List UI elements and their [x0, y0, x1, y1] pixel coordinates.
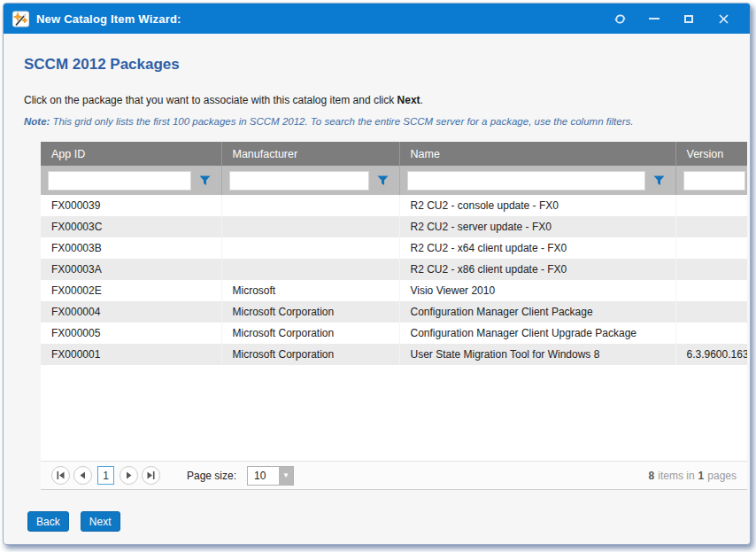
page-size-value: 10 [248, 467, 279, 485]
cell-app-id[interactable]: FX00003C [41, 216, 221, 237]
column-header-version[interactable]: Version [675, 142, 747, 166]
table-row[interactable]: FX000004 Microsoft Corporation Configura… [41, 301, 747, 323]
cell-version[interactable] [675, 280, 747, 301]
cell-app-id[interactable]: FX000005 [41, 323, 221, 344]
close-icon[interactable] [716, 12, 730, 26]
wizard-window: New Catalog Item Wizard: [3, 3, 751, 545]
wizard-app-icon [12, 11, 29, 27]
cell-app-id[interactable]: FX000004 [41, 301, 221, 323]
pager-bar: 1 Page size: 10 ▼ 8 items in [41, 461, 747, 489]
note-label: Note: [24, 116, 50, 127]
grid-filter-row [41, 166, 747, 195]
page-title: SCCM 2012 Packages [24, 56, 750, 74]
cell-version[interactable] [675, 216, 747, 237]
cell-manufacturer[interactable] [221, 216, 399, 237]
column-header-name[interactable]: Name [399, 142, 675, 166]
wizard-body: SCCM 2012 Packages Click on the package … [4, 56, 750, 532]
cell-manufacturer[interactable]: Microsoft Corporation [221, 323, 399, 344]
items-word: items in [658, 470, 694, 482]
manufacturer-filter-input[interactable] [229, 171, 369, 190]
cell-manufacturer[interactable] [221, 259, 399, 280]
chevron-down-icon[interactable]: ▼ [279, 467, 293, 485]
cell-version[interactable] [675, 323, 747, 344]
table-row[interactable]: FX000005 Microsoft Corporation Configura… [41, 323, 747, 344]
maximize-icon[interactable] [682, 12, 696, 26]
table-row[interactable]: FX000039 R2 CU2 - console update - FX0 [41, 195, 747, 216]
cell-name[interactable]: R2 CU2 - console update - FX0 [399, 195, 675, 216]
cell-manufacturer[interactable] [221, 195, 399, 216]
cell-version[interactable] [675, 237, 747, 259]
cell-name[interactable]: Configuration Manager Client Package [399, 301, 675, 323]
cell-version[interactable] [675, 301, 747, 323]
filter-icon[interactable] [199, 175, 211, 186]
cell-name[interactable]: Configuration Manager Client Upgrade Pac… [399, 323, 675, 344]
refresh-icon[interactable] [613, 12, 627, 26]
table-row[interactable]: FX00003C R2 CU2 - server update - FX0 [41, 216, 747, 237]
page-size-label: Page size: [187, 470, 236, 482]
grid-header-row: App ID Manufacturer Name Version [41, 142, 747, 166]
table-row[interactable]: FX00003A R2 CU2 - x86 client update - FX… [41, 259, 747, 280]
pages-count: 1 [698, 470, 705, 482]
cell-app-id[interactable]: FX00002E [41, 280, 221, 301]
note-body: This grid only lists the first 100 packa… [52, 116, 633, 127]
cell-version[interactable]: 6.3.9600.16384 [675, 344, 747, 365]
cell-version[interactable] [675, 195, 747, 216]
grid-empty-area [41, 365, 747, 461]
table-row[interactable]: FX00002E Microsoft Visio Viewer 2010 [41, 280, 747, 301]
next-page-button[interactable] [120, 466, 138, 485]
minimize-icon[interactable] [647, 12, 661, 26]
cell-manufacturer[interactable]: Microsoft [221, 280, 399, 301]
instruction-text: Click on the package that you want to as… [24, 94, 750, 106]
window-title: New Catalog Item Wizard: [36, 12, 181, 26]
cell-name[interactable]: R2 CU2 - x86 client update - FX0 [399, 259, 675, 280]
cell-app-id[interactable]: FX000039 [41, 195, 221, 216]
next-button[interactable]: Next [81, 511, 120, 532]
version-filter-input[interactable] [683, 171, 746, 190]
wizard-footer: Back Next [27, 511, 750, 532]
grid-clip: App ID Manufacturer Name Version [41, 142, 747, 365]
page-size-dropdown[interactable]: 10 ▼ [247, 466, 294, 486]
cell-name[interactable]: R2 CU2 - server update - FX0 [399, 216, 675, 237]
table-row[interactable]: FX00003B R2 CU2 - x64 client update - FX… [41, 237, 747, 259]
cell-manufacturer[interactable] [221, 237, 399, 259]
packages-grid: App ID Manufacturer Name Version [41, 142, 747, 490]
titlebar: New Catalog Item Wizard: [4, 4, 750, 34]
column-header-manufacturer[interactable]: Manufacturer [221, 142, 399, 166]
cell-app-id[interactable]: FX00003A [41, 259, 221, 280]
note-text: Note:This grid only lists the first 100 … [24, 116, 750, 127]
pager-summary: 8 items in 1 pages [649, 470, 737, 482]
app-id-filter-input[interactable] [48, 171, 191, 190]
back-button[interactable]: Back [27, 511, 69, 532]
screen: New Catalog Item Wizard: [0, 0, 756, 552]
window-controls [613, 12, 730, 26]
table-row[interactable]: FX000001 Microsoft Corporation User Stat… [41, 344, 747, 365]
column-header-app-id[interactable]: App ID [41, 142, 221, 166]
name-filter-input[interactable] [407, 171, 645, 190]
instruction-suffix: . [420, 94, 423, 106]
instruction-prefix: Click on the package that you want to as… [24, 94, 397, 106]
first-page-button[interactable] [51, 466, 70, 485]
cell-name[interactable]: R2 CU2 - x64 client update - FX0 [399, 237, 675, 259]
cell-name[interactable]: User State Migration Tool for Windows 8 [399, 344, 675, 365]
cell-manufacturer[interactable]: Microsoft Corporation [221, 301, 399, 323]
cell-name[interactable]: Visio Viewer 2010 [399, 280, 675, 301]
cell-manufacturer[interactable]: Microsoft Corporation [221, 344, 399, 365]
cell-version[interactable] [675, 259, 747, 280]
filter-icon[interactable] [653, 175, 665, 186]
previous-page-button[interactable] [73, 466, 92, 485]
last-page-button[interactable] [142, 466, 160, 485]
cell-app-id[interactable]: FX00003B [41, 237, 221, 259]
current-page-indicator[interactable]: 1 [97, 466, 114, 485]
filter-icon[interactable] [377, 175, 389, 186]
instruction-next-word: Next [397, 94, 420, 106]
items-count: 8 [649, 470, 655, 482]
pages-word: pages [707, 470, 737, 482]
cell-app-id[interactable]: FX000001 [41, 344, 221, 365]
